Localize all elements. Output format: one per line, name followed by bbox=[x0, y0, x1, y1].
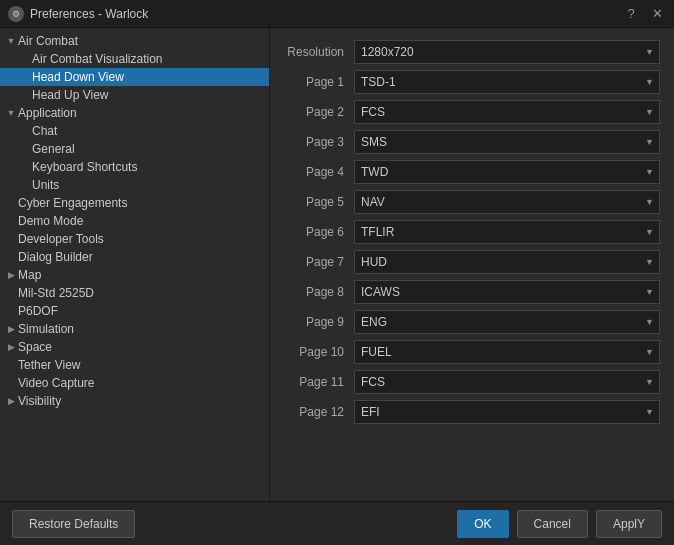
sidebar-item-tether-view[interactable]: Tether View bbox=[0, 356, 269, 374]
field-label-1: Page 1 bbox=[284, 75, 354, 89]
field-label-8: Page 8 bbox=[284, 285, 354, 299]
sidebar-item-label: Head Up View bbox=[32, 88, 265, 102]
sidebar-item-label: Space bbox=[18, 340, 265, 354]
select-page-2[interactable]: TSD-1FCSSMSTWDNAVTFLIRHUDICAWSENGFUELEFI bbox=[354, 100, 660, 124]
main-layout: ▼Air CombatAir Combat VisualizationHead … bbox=[0, 28, 674, 501]
sidebar-item-space[interactable]: ▶Space bbox=[0, 338, 269, 356]
select-page-6[interactable]: TSD-1FCSSMSTWDNAVTFLIRHUDICAWSENGFUELEFI bbox=[354, 220, 660, 244]
form-row-page-1: Page 1TSD-1FCSSMSTWDNAVTFLIRHUDICAWSENGF… bbox=[284, 70, 660, 94]
form-row-page-8: Page 8TSD-1FCSSMSTWDNAVTFLIRHUDICAWSENGF… bbox=[284, 280, 660, 304]
sidebar-item-head-up-view[interactable]: Head Up View bbox=[0, 86, 269, 104]
select-wrapper-7: TSD-1FCSSMSTWDNAVTFLIRHUDICAWSENGFUELEFI bbox=[354, 250, 660, 274]
field-label-7: Page 7 bbox=[284, 255, 354, 269]
sidebar-item-developer-tools[interactable]: Developer Tools bbox=[0, 230, 269, 248]
form-row-page-5: Page 5TSD-1FCSSMSTWDNAVTFLIRHUDICAWSENGF… bbox=[284, 190, 660, 214]
field-label-12: Page 12 bbox=[284, 405, 354, 419]
footer-left: Restore Defaults bbox=[12, 510, 457, 538]
field-label-5: Page 5 bbox=[284, 195, 354, 209]
titlebar: ⚙ Preferences - Warlock ? ✕ bbox=[0, 0, 674, 28]
form-row-page-9: Page 9TSD-1FCSSMSTWDNAVTFLIRHUDICAWSENGF… bbox=[284, 310, 660, 334]
select-wrapper-8: TSD-1FCSSMSTWDNAVTFLIRHUDICAWSENGFUELEFI bbox=[354, 280, 660, 304]
select-wrapper-3: TSD-1FCSSMSTWDNAVTFLIRHUDICAWSENGFUELEFI bbox=[354, 130, 660, 154]
help-button[interactable]: ? bbox=[622, 5, 640, 23]
sidebar-item-simulation[interactable]: ▶Simulation bbox=[0, 320, 269, 338]
select-page-10[interactable]: TSD-1FCSSMSTWDNAVTFLIRHUDICAWSENGFUELEFI bbox=[354, 340, 660, 364]
sidebar-item-label: Simulation bbox=[18, 322, 265, 336]
field-label-4: Page 4 bbox=[284, 165, 354, 179]
sidebar-item-label: Visibility bbox=[18, 394, 265, 408]
sidebar-item-video-capture[interactable]: Video Capture bbox=[0, 374, 269, 392]
expand-icon: ▶ bbox=[4, 396, 18, 406]
select-page-7[interactable]: TSD-1FCSSMSTWDNAVTFLIRHUDICAWSENGFUELEFI bbox=[354, 250, 660, 274]
expand-icon: ▼ bbox=[4, 36, 18, 46]
sidebar-item-head-down-view[interactable]: Head Down View bbox=[0, 68, 269, 86]
select-page-1[interactable]: TSD-1FCSSMSTWDNAVTFLIRHUDICAWSENGFUELEFI bbox=[354, 70, 660, 94]
sidebar-item-dialog-builder[interactable]: Dialog Builder bbox=[0, 248, 269, 266]
sidebar-item-general[interactable]: General bbox=[0, 140, 269, 158]
sidebar-item-label: Video Capture bbox=[18, 376, 265, 390]
select-page-3[interactable]: TSD-1FCSSMSTWDNAVTFLIRHUDICAWSENGFUELEFI bbox=[354, 130, 660, 154]
sidebar-item-demo-mode[interactable]: Demo Mode bbox=[0, 212, 269, 230]
titlebar-title: Preferences - Warlock bbox=[30, 7, 622, 21]
field-label-11: Page 11 bbox=[284, 375, 354, 389]
select-page-5[interactable]: TSD-1FCSSMSTWDNAVTFLIRHUDICAWSENGFUELEFI bbox=[354, 190, 660, 214]
ok-button[interactable]: OK bbox=[457, 510, 508, 538]
content-area: Resolution1280x7201920x10802560x1440Page… bbox=[270, 28, 674, 501]
apply-button[interactable]: ApplY bbox=[596, 510, 662, 538]
select-wrapper-9: TSD-1FCSSMSTWDNAVTFLIRHUDICAWSENGFUELEFI bbox=[354, 310, 660, 334]
sidebar-item-map[interactable]: ▶Map bbox=[0, 266, 269, 284]
select-wrapper-10: TSD-1FCSSMSTWDNAVTFLIRHUDICAWSENGFUELEFI bbox=[354, 340, 660, 364]
field-label-10: Page 10 bbox=[284, 345, 354, 359]
sidebar-item-label: Dialog Builder bbox=[18, 250, 265, 264]
expand-icon: ▶ bbox=[4, 342, 18, 352]
field-label-3: Page 3 bbox=[284, 135, 354, 149]
sidebar-item-label: Cyber Engagements bbox=[18, 196, 265, 210]
sidebar-item-label: Air Combat Visualization bbox=[32, 52, 265, 66]
sidebar-item-visibility[interactable]: ▶Visibility bbox=[0, 392, 269, 410]
form-row-resolution: Resolution1280x7201920x10802560x1440 bbox=[284, 40, 660, 64]
sidebar-item-p6dof[interactable]: P6DOF bbox=[0, 302, 269, 320]
sidebar-item-cyber-engagements[interactable]: Cyber Engagements bbox=[0, 194, 269, 212]
form-row-page-12: Page 12TSD-1FCSSMSTWDNAVTFLIRHUDICAWSENG… bbox=[284, 400, 660, 424]
sidebar-item-label: Tether View bbox=[18, 358, 265, 372]
sidebar-item-chat[interactable]: Chat bbox=[0, 122, 269, 140]
sidebar-item-application[interactable]: ▼Application bbox=[0, 104, 269, 122]
select-page-8[interactable]: TSD-1FCSSMSTWDNAVTFLIRHUDICAWSENGFUELEFI bbox=[354, 280, 660, 304]
select-page-4[interactable]: TSD-1FCSSMSTWDNAVTFLIRHUDICAWSENGFUELEFI bbox=[354, 160, 660, 184]
sidebar-item-label: Chat bbox=[32, 124, 265, 138]
select-resolution[interactable]: 1280x7201920x10802560x1440 bbox=[354, 40, 660, 64]
select-page-9[interactable]: TSD-1FCSSMSTWDNAVTFLIRHUDICAWSENGFUELEFI bbox=[354, 310, 660, 334]
select-wrapper-5: TSD-1FCSSMSTWDNAVTFLIRHUDICAWSENGFUELEFI bbox=[354, 190, 660, 214]
select-page-11[interactable]: TSD-1FCSSMSTWDNAVTFLIRHUDICAWSENGFUELEFI bbox=[354, 370, 660, 394]
sidebar-item-label: Units bbox=[32, 178, 265, 192]
sidebar-item-label: Air Combat bbox=[18, 34, 265, 48]
form-row-page-11: Page 11TSD-1FCSSMSTWDNAVTFLIRHUDICAWSENG… bbox=[284, 370, 660, 394]
expand-icon: ▶ bbox=[4, 270, 18, 280]
sidebar-item-label: Demo Mode bbox=[18, 214, 265, 228]
field-label-2: Page 2 bbox=[284, 105, 354, 119]
select-page-12[interactable]: TSD-1FCSSMSTWDNAVTFLIRHUDICAWSENGFUELEFI bbox=[354, 400, 660, 424]
sidebar-item-units[interactable]: Units bbox=[0, 176, 269, 194]
sidebar-item-label: Application bbox=[18, 106, 265, 120]
sidebar-item-air-combat-viz[interactable]: Air Combat Visualization bbox=[0, 50, 269, 68]
sidebar-item-mil-std-2525d[interactable]: Mil-Std 2525D bbox=[0, 284, 269, 302]
sidebar-item-label: Mil-Std 2525D bbox=[18, 286, 265, 300]
select-wrapper-12: TSD-1FCSSMSTWDNAVTFLIRHUDICAWSENGFUELEFI bbox=[354, 400, 660, 424]
select-wrapper-2: TSD-1FCSSMSTWDNAVTFLIRHUDICAWSENGFUELEFI bbox=[354, 100, 660, 124]
field-label-0: Resolution bbox=[284, 45, 354, 59]
select-wrapper-1: TSD-1FCSSMSTWDNAVTFLIRHUDICAWSENGFUELEFI bbox=[354, 70, 660, 94]
form-row-page-10: Page 10TSD-1FCSSMSTWDNAVTFLIRHUDICAWSENG… bbox=[284, 340, 660, 364]
form-row-page-2: Page 2TSD-1FCSSMSTWDNAVTFLIRHUDICAWSENGF… bbox=[284, 100, 660, 124]
select-wrapper-6: TSD-1FCSSMSTWDNAVTFLIRHUDICAWSENGFUELEFI bbox=[354, 220, 660, 244]
sidebar-item-label: Head Down View bbox=[32, 70, 265, 84]
cancel-button[interactable]: Cancel bbox=[517, 510, 588, 538]
form-row-page-6: Page 6TSD-1FCSSMSTWDNAVTFLIRHUDICAWSENGF… bbox=[284, 220, 660, 244]
restore-defaults-button[interactable]: Restore Defaults bbox=[12, 510, 135, 538]
sidebar-item-air-combat[interactable]: ▼Air Combat bbox=[0, 32, 269, 50]
close-button[interactable]: ✕ bbox=[648, 5, 666, 23]
app-icon: ⚙ bbox=[8, 6, 24, 22]
sidebar-item-keyboard-shortcuts[interactable]: Keyboard Shortcuts bbox=[0, 158, 269, 176]
sidebar-item-label: Developer Tools bbox=[18, 232, 265, 246]
footer-right: OK Cancel ApplY bbox=[457, 510, 662, 538]
field-label-6: Page 6 bbox=[284, 225, 354, 239]
